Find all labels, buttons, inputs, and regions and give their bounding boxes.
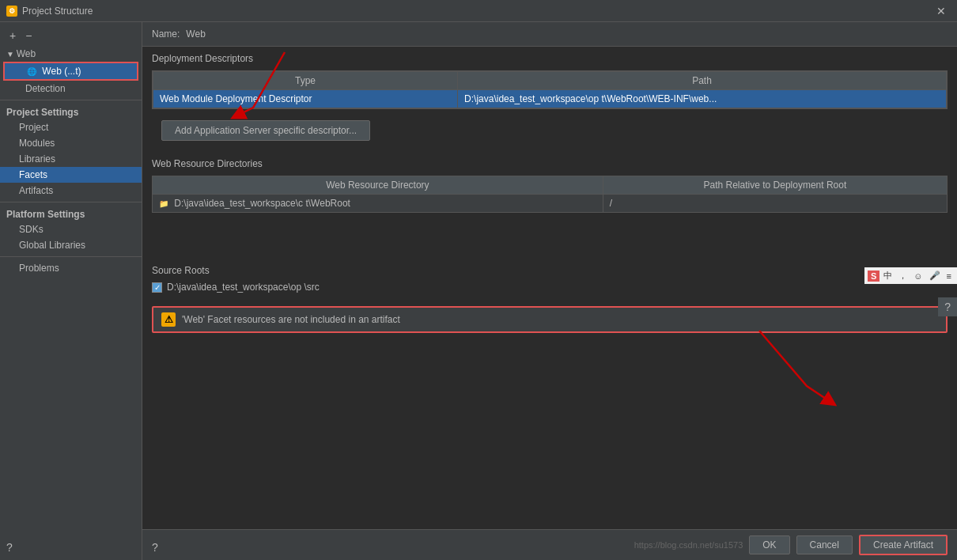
sidebar-help (0, 404, 142, 411)
sidebar-item-libraries[interactable]: Libraries (0, 151, 142, 167)
deployment-path-cell: D:\java\idea_test_workspace\op t\WebRoot… (458, 90, 947, 108)
project-settings-label: Project Settings (0, 104, 142, 119)
name-bar: Name: Web (142, 22, 957, 47)
web-resource-section: Web Resource Directories (142, 152, 957, 176)
add-descriptor-button[interactable]: Add Application Server specific descript… (161, 120, 370, 141)
web-dir-column-header: Web Resource Directory (153, 176, 603, 195)
path-column-header: Path (458, 72, 947, 90)
type-column-header: Type (153, 72, 458, 90)
source-roots-section: Source Roots ✓ D:\java\idea_test_workspa… (142, 260, 957, 300)
sidebar-toolbar: + − (0, 25, 142, 46)
warning-icon: ⚠ (161, 312, 176, 327)
divider-1 (0, 100, 142, 100)
add-descriptor-container: Add Application Server specific descript… (142, 109, 957, 152)
divider-2 (0, 202, 142, 202)
web-resource-title: Web Resource Directories (152, 158, 948, 169)
deployment-table-container: Type Path Web Module Deployment Descript… (152, 70, 948, 109)
name-value: Web (186, 28, 948, 40)
ime-comma[interactable]: ， (896, 269, 910, 282)
bottom-actions: https://blog.csdn.net/su1573 OK Cancel C… (152, 535, 948, 555)
main-container: + − Web 🌐 Web (...t) Detection Project S… (0, 22, 957, 560)
web-resource-table: Web Resource Directory Path Relative to … (152, 176, 948, 213)
content-scroll: Deployment Descriptors Type Path (142, 47, 957, 537)
cancel-button[interactable]: Cancel (796, 535, 853, 554)
tree-item-web-child[interactable]: 🌐 Web (...t) (3, 62, 138, 81)
name-label: Name: (152, 28, 180, 40)
tree-item-detection[interactable]: Detection (0, 81, 142, 96)
sidebar-item-artifacts[interactable]: Artifacts (0, 183, 142, 199)
warning-bar: ⚠ 'Web' Facet resources are not included… (152, 306, 948, 333)
spacer (142, 213, 957, 260)
sidebar-item-facets[interactable]: Facets (0, 167, 142, 183)
sidebar-item-modules[interactable]: Modules (0, 135, 142, 151)
status-url: https://blog.csdn.net/su1573 (634, 540, 743, 550)
sidebar-item-problems[interactable]: Problems (0, 260, 142, 276)
source-root-item-0: ✓ D:\java\idea_test_workspace\op \src (152, 279, 948, 295)
warning-text: 'Web' Facet resources are not included i… (182, 314, 938, 325)
web-path-cell: / (603, 195, 947, 213)
create-artifact-button[interactable]: Create Artifact (859, 535, 948, 555)
tree-group-web[interactable]: Web (0, 46, 142, 62)
source-root-path: D:\java\idea_test_workspace\op \src (167, 282, 320, 293)
platform-settings-label: Platform Settings (0, 206, 142, 221)
source-root-checkbox[interactable]: ✓ (152, 282, 162, 293)
deployment-table-wrapper: Type Path Web Module Deployment Descript… (152, 70, 948, 109)
right-help-button[interactable]: ? (938, 297, 957, 316)
web-resource-table-wrapper: Web Resource Directory Path Relative to … (152, 176, 948, 213)
add-button[interactable]: + (6, 28, 19, 43)
ok-button[interactable]: OK (749, 535, 789, 554)
title-bar: ⚙ Project Structure ✕ (0, 0, 957, 22)
dialog-title: Project Structure (22, 6, 93, 17)
sidebar-item-project[interactable]: Project (0, 119, 142, 135)
content-area: Name: Web Deployment Descriptors Type Pa… (142, 22, 957, 560)
ime-toolbar: S 中 ， ☺ 🎤 ≡ (864, 267, 957, 284)
help-question: ? (152, 541, 158, 554)
deployment-descriptors-title: Deployment Descriptors (152, 53, 948, 64)
ime-s[interactable]: S (868, 271, 879, 282)
web-resource-row-0[interactable]: 📁 D:\java\idea_test_workspace\c t\WebRoo… (153, 195, 948, 213)
sidebar-item-sdks[interactable]: SDKs (0, 221, 142, 237)
ime-zh[interactable]: 中 (881, 269, 895, 282)
source-roots-title: Source Roots (152, 265, 948, 276)
sidebar-item-global-libraries[interactable]: Global Libraries (0, 237, 142, 253)
sidebar-help-button[interactable]: ? (6, 541, 13, 554)
bottom-bar: ? https://blog.csdn.net/su1573 OK Cancel… (142, 529, 957, 560)
content-help-button[interactable]: ? (152, 541, 158, 554)
web-path-column-header: Path Relative to Deployment Root (603, 176, 947, 195)
web-dir-cell: 📁 D:\java\idea_test_workspace\c t\WebRoo… (153, 195, 603, 213)
ime-emoji[interactable]: ☺ (911, 271, 925, 282)
deployment-type-cell: Web Module Deployment Descriptor (153, 90, 458, 108)
app-icon: ⚙ (6, 6, 17, 17)
deployment-table: Type Path Web Module Deployment Descript… (153, 71, 947, 108)
ime-mic[interactable]: 🎤 (927, 270, 943, 282)
sidebar: + − Web 🌐 Web (...t) Detection Project S… (0, 22, 142, 560)
close-button[interactable]: ✕ (932, 3, 951, 19)
divider-3 (0, 256, 142, 257)
deployment-descriptors-section: Deployment Descriptors (142, 47, 957, 70)
remove-button[interactable]: − (22, 28, 35, 43)
ime-menu[interactable]: ≡ (944, 271, 954, 282)
deployment-row-0[interactable]: Web Module Deployment Descriptor D:\java… (153, 90, 947, 108)
